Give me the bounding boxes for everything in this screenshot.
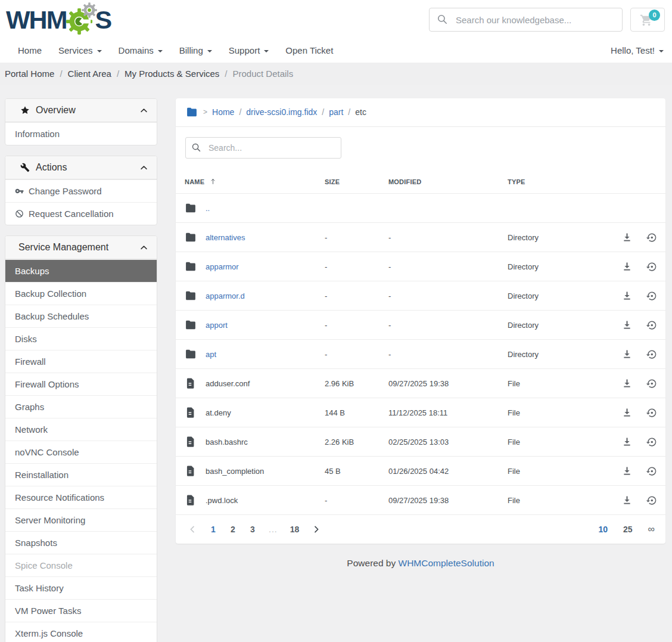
folder-icon <box>185 106 199 118</box>
table-row: at.deny 144 B 11/12/2025 18:11 File <box>176 398 665 427</box>
breadcrumb-separator: / <box>60 69 62 79</box>
file-modified: - <box>388 233 508 242</box>
nav-item-domains[interactable]: Domains <box>119 45 163 55</box>
table-row: apt - - Directory <box>176 339 665 368</box>
download-icon[interactable] <box>621 378 633 389</box>
download-icon[interactable] <box>621 232 633 243</box>
restore-icon[interactable] <box>646 466 657 477</box>
restore-icon[interactable] <box>646 232 657 243</box>
whmcs-logo[interactable]: WHM S <box>6 4 111 35</box>
page-number[interactable]: 3 <box>249 525 256 534</box>
sidebar-item-server-monitoring[interactable]: Server Monitoring <box>5 508 157 531</box>
restore-icon[interactable] <box>646 378 657 389</box>
page-size-option[interactable]: 25 <box>623 525 633 534</box>
sidebar-item-vm-power-tasks[interactable]: VM Power Tasks <box>5 599 157 622</box>
whmcompletesolution-link[interactable]: WHMCompleteSolution <box>399 558 494 568</box>
sidebar-item-resource-notifications[interactable]: Resource Notifications <box>5 486 157 508</box>
sidebar-item-change-password[interactable]: Change Password <box>5 179 157 202</box>
restore-icon[interactable] <box>646 261 657 272</box>
restore-icon[interactable] <box>646 349 657 360</box>
file-icon <box>185 465 197 477</box>
sidebar-item-information[interactable]: Information <box>5 122 157 145</box>
actions-panel-header[interactable]: Actions <box>5 156 157 179</box>
chevron-up-icon <box>139 163 148 172</box>
parent-directory-link[interactable]: .. <box>206 204 210 213</box>
download-icon[interactable] <box>621 320 633 331</box>
file-path-breadcrumb: > Home / drive-scsi0.img.fidx / part / e… <box>176 98 665 127</box>
restore-icon[interactable] <box>646 436 657 448</box>
download-icon[interactable] <box>621 349 633 360</box>
ban-icon <box>15 209 24 218</box>
path-segment-link[interactable]: part <box>329 107 343 117</box>
file-search-input[interactable] <box>185 137 341 159</box>
download-icon[interactable] <box>621 407 633 418</box>
main-column: > Home / drive-scsi0.img.fidx / part / e… <box>176 98 665 587</box>
sidebar-item-disks[interactable]: Disks <box>5 327 157 350</box>
directory-link[interactable]: apparmor <box>206 262 239 271</box>
column-header-modified[interactable]: MODIFIED <box>388 178 508 185</box>
nav-item-billing[interactable]: Billing <box>179 45 212 55</box>
restore-icon[interactable] <box>646 495 657 506</box>
page-size-option[interactable]: 10 <box>598 525 608 534</box>
panel-title: Actions <box>36 162 67 173</box>
path-segment-link[interactable]: drive-scsi0.img.fidx <box>246 107 317 117</box>
page-number[interactable]: 1 <box>210 525 217 534</box>
file-type: Directory <box>508 350 610 359</box>
restore-icon[interactable] <box>646 320 657 331</box>
sidebar-item-backups[interactable]: Backups <box>5 259 157 282</box>
download-icon[interactable] <box>621 436 633 448</box>
download-icon[interactable] <box>621 261 633 272</box>
breadcrumb-client-area[interactable]: Client Area <box>68 69 111 79</box>
nav-item-support[interactable]: Support <box>229 45 269 55</box>
file-size: - <box>325 321 388 330</box>
download-icon[interactable] <box>621 290 633 302</box>
cart-button[interactable]: 0 <box>630 8 665 32</box>
page-number[interactable]: 18 <box>290 525 300 534</box>
restore-icon[interactable] <box>646 290 657 302</box>
next-page-icon[interactable] <box>312 525 321 534</box>
download-icon[interactable] <box>621 466 633 477</box>
nav-item-services[interactable]: Services <box>58 45 102 55</box>
sidebar-item-reinstallation[interactable]: Reinstallation <box>5 463 157 486</box>
path-root-link[interactable]: Home <box>212 107 234 117</box>
knowledgebase-search <box>429 8 623 32</box>
directory-link[interactable]: apport <box>206 321 228 330</box>
restore-icon[interactable] <box>646 407 657 418</box>
breadcrumb-products-services[interactable]: My Products & Services <box>125 69 219 79</box>
nav-item-home[interactable]: Home <box>18 45 42 55</box>
download-icon[interactable] <box>621 495 633 506</box>
service-management-panel-header[interactable]: Service Management <box>5 236 157 259</box>
sidebar-item-firewall-options[interactable]: Firewall Options <box>5 373 157 395</box>
previous-page-icon[interactable] <box>188 525 197 534</box>
nav-item-open-ticket[interactable]: Open Ticket <box>285 45 333 55</box>
column-header-name[interactable]: NAME <box>176 178 325 185</box>
directory-link[interactable]: apparmor.d <box>206 291 245 300</box>
breadcrumb-portal-home[interactable]: Portal Home <box>5 69 54 79</box>
sidebar-item-graphs[interactable]: Graphs <box>5 395 157 418</box>
page-size-option-all[interactable]: ∞ <box>648 524 655 535</box>
directory-link[interactable]: alternatives <box>206 233 245 242</box>
file-type: File <box>508 496 610 505</box>
content: Overview Information Actions Change Pass… <box>0 85 672 642</box>
sidebar-item-task-history[interactable]: Task History <box>5 576 157 599</box>
panel-title: Overview <box>36 105 76 116</box>
caret-down-icon <box>264 50 269 52</box>
sidebar-item-xtermjs-console[interactable]: Xterm.js Console <box>5 622 157 642</box>
overview-panel-header[interactable]: Overview <box>5 99 157 122</box>
page-number[interactable]: 2 <box>229 525 237 534</box>
sidebar-item-network[interactable]: Network <box>5 418 157 441</box>
table-row: apparmor - - Directory <box>176 252 665 281</box>
sidebar-item-backup-schedules[interactable]: Backup Schedules <box>5 305 157 327</box>
sidebar-item-request-cancellation[interactable]: Request Cancellation <box>5 202 157 225</box>
column-header-type[interactable]: TYPE <box>508 178 610 185</box>
knowledgebase-search-input[interactable] <box>429 8 623 32</box>
sidebar-item-snapshots[interactable]: Snapshots <box>5 531 157 554</box>
sidebar-item-spice-console[interactable]: Spice Console <box>5 554 157 576</box>
column-header-size[interactable]: SIZE <box>325 178 388 185</box>
sidebar-item-backup-collection[interactable]: Backup Collection <box>5 282 157 305</box>
user-menu[interactable]: Hello, Test! <box>611 45 664 55</box>
caret-down-icon <box>97 50 102 52</box>
sidebar-item-novnc-console[interactable]: noVNC Console <box>5 441 157 463</box>
sidebar-item-firewall[interactable]: Firewall <box>5 350 157 373</box>
directory-link[interactable]: apt <box>206 350 216 359</box>
